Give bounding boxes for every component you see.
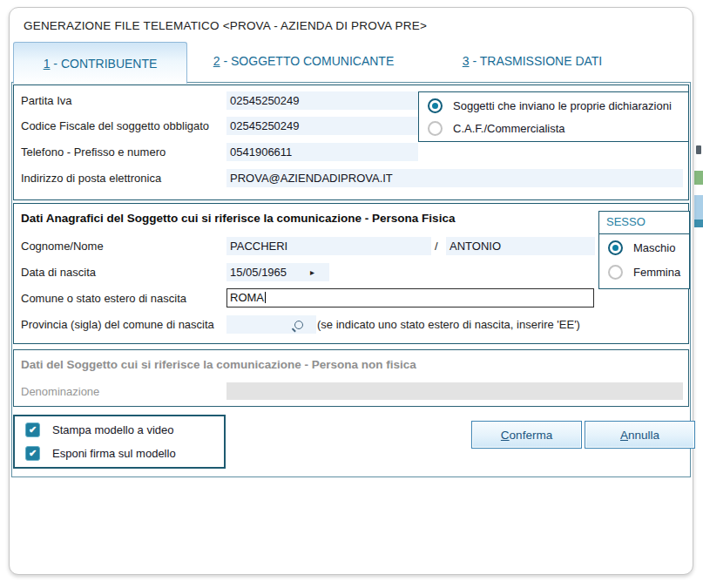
date-expand-icon[interactable]: ▸ <box>310 263 314 281</box>
screen: GENERAZIONE FILE TELEMATICO <PROVA - AZI… <box>0 0 703 588</box>
radio-femmina[interactable]: Femmina <box>608 265 680 280</box>
name-separator: / <box>435 237 438 255</box>
tab-label: - SOGGETTO COMUNICANTE <box>220 54 395 68</box>
radio-unselected-icon <box>428 121 443 136</box>
nome-field[interactable]: ANTONIO <box>446 237 595 255</box>
radio-selected-icon <box>428 98 443 113</box>
field-label: Partita Iva <box>21 91 72 110</box>
field-label: Codice Fiscale del soggetto obbligato <box>21 117 209 135</box>
dialog-title: GENERAZIONE FILE TELEMATICO <PROVA - AZI… <box>24 19 427 32</box>
field-label: Indirizzo di posta elettronica <box>21 169 161 187</box>
checkbox-esponi-firma[interactable]: ✔ Esponi firma sul modello <box>25 446 176 461</box>
text-caret <box>265 292 266 303</box>
checkbox-label: Stampa modello a video <box>52 423 173 436</box>
denominazione-field-disabled <box>226 382 683 400</box>
button-label: onferma <box>510 429 553 442</box>
telefono-field[interactable]: 0541906611 <box>226 143 418 161</box>
field-label: Telefono - Prefisso e numero <box>21 143 166 161</box>
button-accelerator: C <box>501 429 510 442</box>
radio-label: Soggetti che inviano le proprie dichiara… <box>453 99 672 112</box>
search-icon[interactable] <box>294 321 303 329</box>
radio-maschio[interactable]: Maschio <box>608 240 675 255</box>
radio-soggetti-proprie-dichiarazioni[interactable]: Soggetti che inviano le proprie dichiara… <box>428 98 672 113</box>
background-window-fragment <box>694 171 703 185</box>
button-accelerator: A <box>620 429 628 442</box>
provincia-hint: (se indicato uno stato estero di nascita… <box>317 315 580 334</box>
partita-iva-field[interactable]: 02545250249 <box>226 91 418 110</box>
section-persona-fisica: Dati Anagrafici del Soggetto cui si rife… <box>13 203 689 344</box>
comune-nascita-value: ROMA <box>230 291 264 304</box>
field-label: Cognome/Nome <box>21 237 104 255</box>
tab-accelerator: 2 <box>213 54 220 68</box>
radio-unselected-icon <box>608 265 623 280</box>
field-label: Comune o stato estero di nascita <box>21 289 186 308</box>
generazione-file-telematico-dialog: GENERAZIONE FILE TELEMATICO <PROVA - AZI… <box>9 7 693 575</box>
section-contribuente: Partita Iva 02545250249 Codice Fiscale d… <box>13 84 689 200</box>
email-field[interactable]: PROVA@AZIENDADIPROVA.IT <box>226 169 683 187</box>
sesso-group: SESSO Maschio Femmina <box>598 211 690 289</box>
checkbox-label: Esponi firma sul modello <box>52 447 176 460</box>
section-title: Dati Anagrafici del Soggetto cui si rife… <box>21 212 455 225</box>
tab-contribuente[interactable]: 1 - CONTRIBUENTE <box>13 42 187 84</box>
tab-label: - CONTRIBUENTE <box>50 57 157 71</box>
tab-accelerator: 3 <box>463 54 470 68</box>
tab-label: - TRASMISSIONE DATI <box>470 54 603 68</box>
background-window-fragment <box>696 145 701 154</box>
radio-label: Maschio <box>633 241 675 254</box>
sesso-group-title: SESSO <box>606 215 646 228</box>
codice-fiscale-field[interactable]: 02545250249 <box>226 117 418 135</box>
print-options-group: ✔ Stampa modello a video ✔ Esponi firma … <box>13 415 226 469</box>
cognome-field[interactable]: PACCHERI <box>226 237 431 255</box>
checkbox-checked-icon: ✔ <box>25 446 40 461</box>
radio-label: C.A.F./Commercialista <box>453 122 565 135</box>
group-divider <box>599 233 689 234</box>
checkbox-stampa-modello[interactable]: ✔ Stampa modello a video <box>25 422 173 437</box>
comune-nascita-input[interactable]: ROMA <box>226 288 594 308</box>
section-title: Dati del Soggetto cui si riferisce la co… <box>21 358 416 371</box>
annulla-button[interactable]: Annulla <box>585 421 695 449</box>
background-window-fragment <box>694 195 703 220</box>
field-label: Denominazione <box>21 382 99 401</box>
background-window-fragment <box>694 220 703 227</box>
section-persona-non-fisica: Dati del Soggetto cui si riferisce la co… <box>13 349 689 407</box>
tab-soggetto-comunicante[interactable]: 2 - SOGGETTO COMUNICANTE <box>193 42 415 80</box>
radio-caf-commercialista[interactable]: C.A.F./Commercialista <box>428 121 565 136</box>
tab-trasmissione-dati[interactable]: 3 - TRASMISSIONE DATI <box>428 42 637 80</box>
button-label: nnulla <box>628 429 659 442</box>
checkbox-checked-icon: ✔ <box>25 422 40 437</box>
sender-type-group: Soggetti che inviano le proprie dichiara… <box>418 91 689 142</box>
radio-selected-icon <box>608 240 623 255</box>
field-label: Provincia (sigla) del comune di nascita <box>21 315 214 334</box>
radio-label: Femmina <box>633 266 680 279</box>
conferma-button[interactable]: Conferma <box>471 421 582 449</box>
field-label: Data di nascita <box>21 263 96 281</box>
